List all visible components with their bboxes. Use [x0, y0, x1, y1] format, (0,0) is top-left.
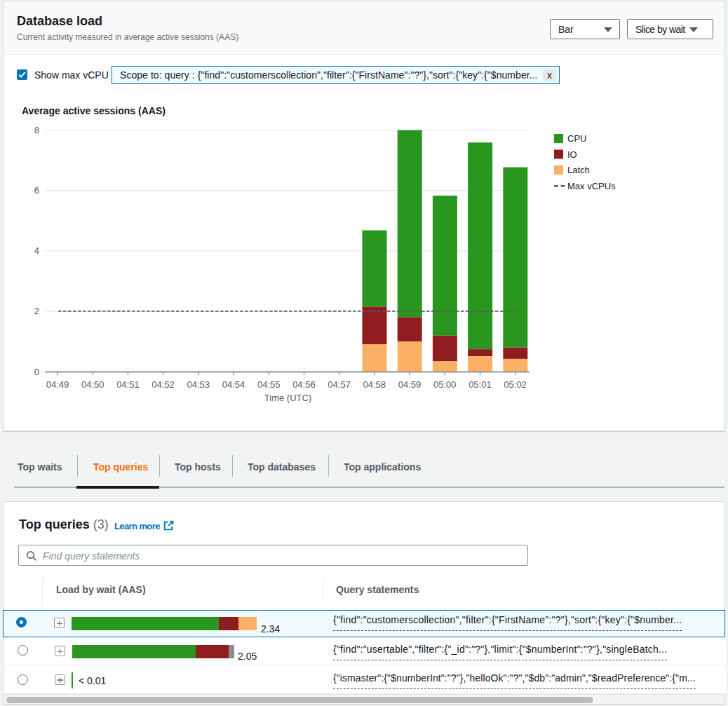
- svg-text:04:59: 04:59: [398, 379, 422, 390]
- svg-text:04:51: 04:51: [116, 379, 140, 390]
- svg-text:04:56: 04:56: [292, 379, 316, 390]
- svg-text:4: 4: [34, 245, 39, 256]
- svg-text:Time (UTC): Time (UTC): [264, 393, 311, 403]
- svg-text:05:00: 05:00: [433, 379, 457, 390]
- svg-text:2: 2: [34, 306, 39, 316]
- svg-text:04:58: 04:58: [363, 379, 386, 390]
- svg-text:05:01: 05:01: [469, 379, 492, 390]
- svg-text:04:57: 04:57: [328, 379, 351, 390]
- svg-text:04:54: 04:54: [222, 379, 245, 390]
- svg-text:CPU: CPU: [567, 133, 586, 144]
- svg-text:Max vCPUs: Max vCPUs: [567, 181, 616, 191]
- svg-text:04:49: 04:49: [46, 379, 69, 390]
- svg-text:05:02: 05:02: [504, 379, 527, 390]
- svg-text:0: 0: [34, 367, 39, 377]
- svg-text:6: 6: [34, 185, 39, 196]
- svg-text:04:53: 04:53: [187, 379, 210, 390]
- svg-text:04:52: 04:52: [151, 379, 175, 390]
- svg-text:Latch: Latch: [567, 165, 590, 175]
- svg-text:04:55: 04:55: [257, 379, 281, 390]
- svg-text:04:50: 04:50: [81, 379, 105, 390]
- svg-text:IO: IO: [567, 149, 577, 160]
- svg-text:8: 8: [34, 125, 39, 135]
